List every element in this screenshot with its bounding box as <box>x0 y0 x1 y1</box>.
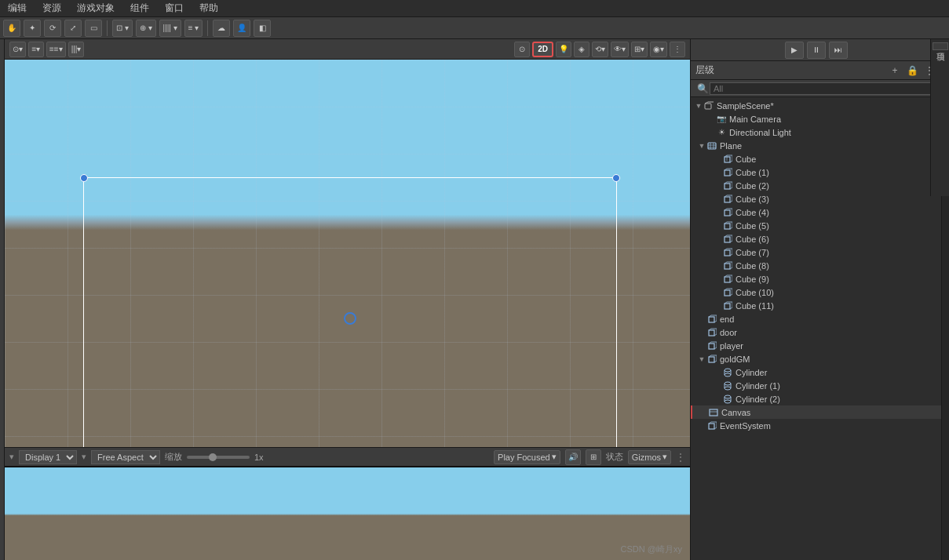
svg-rect-16 <box>725 277 730 282</box>
tree-item-eventsystem[interactable]: EventSystem <box>691 419 941 432</box>
tree-item-main-camera[interactable]: 📷 Main Camera <box>691 112 941 125</box>
cube-7-icon <box>722 248 733 257</box>
toolbar-scale-tool[interactable]: ⤢ <box>64 20 82 37</box>
hierarchy-search-input[interactable] <box>710 82 936 95</box>
scene-btn-audio[interactable]: ◈ <box>574 42 589 57</box>
toolbar-account-btn[interactable]: 👤 <box>233 20 250 37</box>
tree-item-cube-1[interactable]: Cube (1) <box>691 165 941 179</box>
play-button[interactable]: ▶ <box>785 42 804 59</box>
top-toolbar: ✋ ✦ ⟳ ⤢ ▭ ⊡ ▾ ⊕ ▾ |||| ▾ ≡ ▾ ☁ 👤 ◧ <box>0 17 949 39</box>
tree-item-cube-9[interactable]: Cube (9) <box>691 272 941 285</box>
tree-item-directional-light[interactable]: ☀ Directional Light <box>691 125 941 139</box>
scene-btn-grid-dropdown[interactable]: |||▾ <box>68 42 85 57</box>
toolbar-rect-tool[interactable]: ▭ <box>85 20 102 37</box>
cube-11-label: Cube (11) <box>735 301 774 311</box>
scene-btn-2d[interactable]: 2D <box>532 42 553 57</box>
scene-name: SampleScene* <box>717 101 774 111</box>
scene-expand-arrow[interactable]: ▼ <box>694 102 703 110</box>
tree-item-cube-8[interactable]: Cube (8) <box>691 259 941 272</box>
scene-view[interactable] <box>5 60 690 447</box>
scene-btn-more[interactable]: ◉▾ <box>650 42 667 57</box>
scene-btn-light[interactable]: 💡 <box>556 42 571 57</box>
svg-rect-18 <box>725 304 730 309</box>
play-focused-button[interactable]: Play Focused ▾ <box>494 450 560 464</box>
svg-point-30 <box>725 387 731 390</box>
tree-item-cube-6[interactable]: Cube (6) <box>691 232 941 245</box>
door-icon <box>706 328 717 337</box>
scene-btn-layers-dropdown[interactable]: ≡▾ <box>28 42 44 57</box>
scene-btn-fx-dropdown[interactable]: ≡≡▾ <box>46 42 66 57</box>
bottom-more-btn[interactable]: ⋮ <box>676 452 685 463</box>
tree-item-cube-2[interactable]: Cube (2) <box>691 179 941 192</box>
tree-item-cylinder-0[interactable]: Cylinder <box>691 365 941 379</box>
goldgm-arrow[interactable]: ▼ <box>697 355 706 363</box>
toolbar-layers-btn[interactable]: ◧ <box>254 20 271 37</box>
toolbar-move-tool[interactable]: ✦ <box>24 20 41 37</box>
toolbar-global-dropdown[interactable]: ⊕ ▾ <box>136 20 156 37</box>
svg-rect-0 <box>705 104 711 109</box>
plane-arrow[interactable]: ▼ <box>697 142 706 150</box>
svg-point-31 <box>725 395 731 398</box>
tree-item-cube-11[interactable]: Cube (11) <box>691 299 941 312</box>
hierarchy-add-btn[interactable]: + <box>888 64 902 78</box>
tree-item-cube-4[interactable]: Cube (4) <box>691 205 941 219</box>
tree-item-cylinder-2[interactable]: Cylinder (2) <box>691 392 941 405</box>
menu-component[interactable]: 组件 <box>127 2 152 15</box>
hierarchy-tree[interactable]: ▼ SampleScene* 📷 Main Camera <box>691 97 941 560</box>
tree-item-cube-0[interactable]: Cube <box>691 152 941 165</box>
menu-gameobject[interactable]: 游戏对象 <box>74 2 118 15</box>
menu-window[interactable]: 窗口 <box>162 2 187 15</box>
display-selector[interactable]: Display 1 <box>19 450 77 464</box>
player-icon <box>706 341 717 351</box>
toolbar-rotate-tool[interactable]: ⟳ <box>44 20 61 37</box>
tree-item-cube-5[interactable]: Cube (5) <box>691 219 941 232</box>
tree-item-cube-10[interactable]: Cube (10) <box>691 285 941 299</box>
audio-toggle[interactable]: 🔊 <box>565 449 581 465</box>
scene-root-item[interactable]: ▼ SampleScene* <box>691 99 941 112</box>
display-arrow[interactable]: ▾ <box>9 452 14 462</box>
menu-edit[interactable]: 编辑 <box>5 2 30 15</box>
scene-btn-fx[interactable]: ⟲▾ <box>592 42 608 57</box>
stats-btn[interactable]: ⊞ <box>586 449 601 465</box>
tree-item-player[interactable]: player <box>691 339 941 352</box>
scene-btn-gizmos[interactable]: ⊞▾ <box>631 42 648 57</box>
scene-btn-camera[interactable]: 👁▾ <box>611 42 629 57</box>
svg-rect-13 <box>725 237 730 242</box>
scene-dots[interactable]: ⋮ <box>670 42 685 57</box>
tree-item-door[interactable]: door <box>691 325 941 339</box>
cube-3-icon <box>722 195 733 204</box>
tree-item-plane[interactable]: ▼ Plane <box>691 139 941 152</box>
toolbar-hand-tool[interactable]: ✋ <box>3 20 20 37</box>
tree-item-goldgm[interactable]: ▼ goldGM <box>691 352 941 365</box>
scene-toolbar-left: ⊙▾ ≡▾ ≡≡▾ |||▾ <box>9 42 84 57</box>
scene-btn-search[interactable]: ⊙ <box>514 42 530 57</box>
gizmos-button[interactable]: Gizmos ▾ <box>628 450 671 464</box>
menu-help[interactable]: 帮助 <box>196 2 221 15</box>
canvas-label: Canvas <box>721 408 750 417</box>
scene-btn-shading[interactable]: ⊙▾ <box>9 42 26 57</box>
aspect-arrow[interactable]: ▾ <box>82 452 86 462</box>
toolbar-layers-dropdown[interactable]: ≡ ▾ <box>184 20 203 37</box>
status-label: 状态 <box>606 451 623 463</box>
tree-item-canvas[interactable]: Canvas <box>691 405 941 419</box>
tree-item-cube-3[interactable]: Cube (3) <box>691 192 941 205</box>
menu-assets[interactable]: 资源 <box>39 2 64 15</box>
tree-item-cylinder-1[interactable]: Cylinder (1) <box>691 379 941 392</box>
zoom-slider[interactable] <box>187 456 250 459</box>
right-panel: ▶ ⏸ ⏭ 层级 + 🔒 ⋮ 🔍 ▼ <box>690 39 941 560</box>
scene-icon <box>703 101 714 111</box>
inspector-tab-btn[interactable]: 项目 <box>933 42 948 50</box>
plane-label: Plane <box>720 141 742 151</box>
aspect-selector[interactable]: Free Aspect <box>91 450 160 464</box>
tree-item-cube-7[interactable]: Cube (7) <box>691 245 941 259</box>
toolbar-snap-dropdown[interactable]: |||| ▾ <box>159 20 181 37</box>
scene-panel: ⊙▾ ≡▾ ≡≡▾ |||▾ ⊙ 2D 💡 ◈ ⟲▾ 👁▾ ⊞▾ ◉▾ ⋮ <box>5 39 690 560</box>
toolbar-collab-btn[interactable]: ☁ <box>213 20 230 37</box>
pause-button[interactable]: ⏸ <box>807 42 826 59</box>
cube-8-icon <box>722 261 733 271</box>
tree-item-end[interactable]: end <box>691 312 941 325</box>
toolbar-pivot-dropdown[interactable]: ⊡ ▾ <box>112 20 133 37</box>
step-button[interactable]: ⏭ <box>829 42 848 59</box>
hierarchy-lock-btn[interactable]: 🔒 <box>905 64 919 78</box>
zoom-thumb[interactable] <box>209 453 217 461</box>
